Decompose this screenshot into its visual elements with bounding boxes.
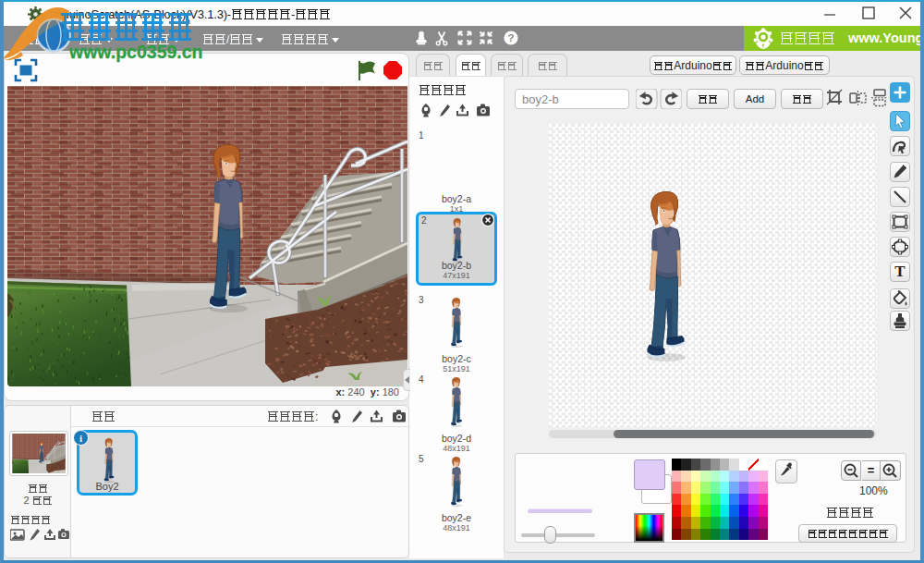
svg-text:?: ? — [507, 32, 514, 43]
svg-text:i: i — [79, 433, 82, 444]
